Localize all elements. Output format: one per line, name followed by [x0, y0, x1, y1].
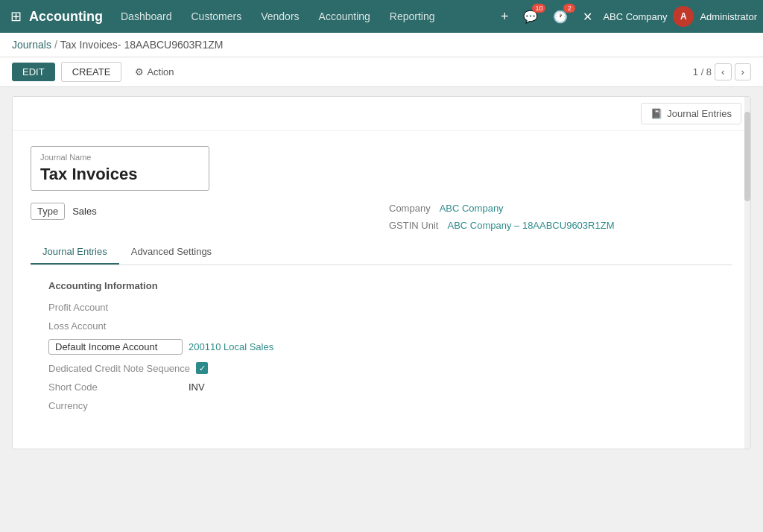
company-area: Company ABC Company GSTIN Unit ABC Compa…	[389, 203, 732, 231]
breadcrumb: Journals / Tax Invoices- 18AABCU9603R1ZM	[0, 33, 763, 57]
short-code-value[interactable]: INV	[189, 381, 205, 393]
loss-account-label: Loss Account	[48, 320, 183, 332]
brand-title: Accounting	[29, 9, 103, 25]
clock-icon[interactable]: 🕐 2	[548, 7, 572, 27]
gstin-row: GSTIN Unit ABC Company – 18AABCU9603R1ZM	[389, 220, 732, 231]
breadcrumb-current: Tax Invoices- 18AABCU9603R1ZM	[60, 39, 224, 51]
company-row: Company ABC Company	[389, 203, 732, 214]
action-bar: EDIT CREATE ⚙ Action 1 / 8 ‹ ›	[0, 57, 763, 87]
accounting-info-title: Accounting Information	[48, 280, 715, 291]
credit-note-label: Dedicated Credit Note Sequence	[48, 363, 190, 374]
edit-button[interactable]: EDIT	[12, 63, 55, 81]
journal-name-label: Journal Name	[40, 153, 200, 162]
record-card: 📓 Journal Entries Journal Name Tax Invoi…	[12, 96, 751, 449]
clock-badge: 2	[563, 4, 575, 13]
loss-account-row: Loss Account	[48, 320, 715, 332]
prev-button[interactable]: ‹	[715, 63, 731, 80]
chat-icon[interactable]: 💬 10	[519, 7, 542, 27]
action-label: Action	[147, 66, 174, 77]
type-area: Type Sales	[31, 203, 374, 220]
type-company-row: Type Sales Company ABC Company GSTIN Uni…	[31, 203, 732, 231]
chat-badge: 10	[532, 4, 545, 13]
currency-label: Currency	[48, 400, 183, 411]
tab-advanced-settings[interactable]: Advanced Settings	[119, 240, 224, 265]
record-header: 📓 Journal Entries	[13, 97, 750, 131]
tab-content: Accounting Information Profit Account Lo…	[31, 265, 732, 434]
main-content: 📓 Journal Entries Journal Name Tax Invoi…	[0, 87, 763, 458]
nav-menu: Dashboard Customers Vendors Accounting R…	[112, 6, 493, 27]
admin-label[interactable]: Administrator	[700, 11, 757, 22]
scrollbar-track[interactable]	[744, 97, 750, 449]
tabs-bar: Journal Entries Advanced Settings	[31, 240, 732, 265]
journal-entries-label: Journal Entries	[667, 108, 732, 119]
scrollbar-thumb[interactable]	[744, 112, 750, 201]
company-name[interactable]: ABC Company	[603, 11, 667, 22]
default-income-label: Default Income Account	[48, 339, 183, 355]
navbar-right: + 💬 10 🕐 2 ✕ ABC Company A Administrator	[496, 6, 757, 28]
type-label: Type	[31, 203, 65, 220]
journal-name-value: Tax Invoices	[40, 165, 200, 184]
action-icon: ⚙	[135, 66, 144, 77]
journal-entries-icon: 📓	[650, 108, 662, 119]
plus-icon[interactable]: +	[496, 6, 513, 28]
journal-entries-button[interactable]: 📓 Journal Entries	[641, 103, 741, 124]
avatar[interactable]: A	[673, 6, 694, 27]
navbar: ⊞ Accounting Dashboard Customers Vendors…	[0, 0, 763, 33]
gstin-label: GSTIN Unit	[389, 220, 438, 231]
default-income-value[interactable]: 200110 Local Sales	[189, 341, 273, 352]
profit-account-row: Profit Account	[48, 302, 715, 313]
tab-journal-entries[interactable]: Journal Entries	[31, 240, 119, 265]
create-button[interactable]: CREATE	[61, 62, 122, 82]
nav-accounting[interactable]: Accounting	[310, 6, 379, 27]
pagination-text: 1 / 8	[693, 66, 712, 77]
company-label: Company	[389, 203, 431, 214]
nav-vendors[interactable]: Vendors	[252, 6, 308, 27]
tools-icon[interactable]: ✕	[578, 7, 597, 27]
pagination-area: 1 / 8 ‹ ›	[693, 63, 751, 80]
grid-icon[interactable]: ⊞	[6, 5, 26, 28]
company-value[interactable]: ABC Company	[440, 203, 504, 214]
journal-name-field[interactable]: Journal Name Tax Invoices	[31, 146, 209, 191]
breadcrumb-parent[interactable]: Journals	[12, 39, 51, 51]
nav-customers[interactable]: Customers	[183, 6, 251, 27]
short-code-label: Short Code	[48, 381, 183, 393]
gstin-value[interactable]: ABC Company – 18AABCU9603R1ZM	[447, 220, 614, 231]
action-button[interactable]: ⚙ Action	[127, 63, 181, 81]
next-button[interactable]: ›	[735, 63, 751, 80]
breadcrumb-separator: /	[54, 39, 57, 51]
short-code-row: Short Code INV	[48, 381, 715, 393]
credit-note-row: Dedicated Credit Note Sequence ✓	[48, 362, 715, 374]
currency-row: Currency	[48, 400, 715, 411]
default-income-row: Default Income Account 200110 Local Sale…	[48, 339, 715, 355]
credit-note-checkbox[interactable]: ✓	[196, 362, 208, 374]
nav-dashboard[interactable]: Dashboard	[112, 6, 181, 27]
nav-reporting[interactable]: Reporting	[381, 6, 444, 27]
type-value: Sales	[72, 206, 97, 217]
profit-account-label: Profit Account	[48, 302, 183, 313]
form-body: Journal Name Tax Invoices Type Sales Com…	[13, 131, 750, 449]
